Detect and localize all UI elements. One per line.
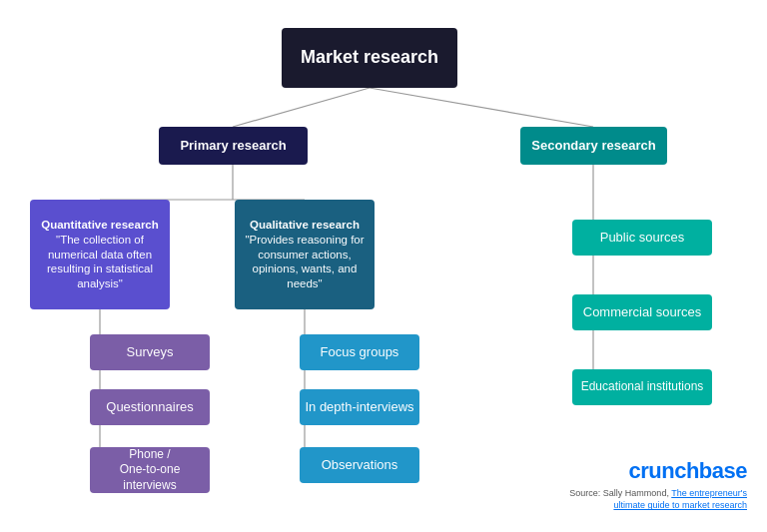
qualitative-label: Qualitative research"Provides reasoning … xyxy=(243,218,367,292)
questionnaires-node: Questionnaires xyxy=(90,389,210,425)
phone-interviews-label: Phone /One-to-one interviews xyxy=(94,447,206,494)
phone-interviews-node: Phone /One-to-one interviews xyxy=(90,447,210,493)
market-research-label: Market research xyxy=(301,46,438,69)
questionnaires-label: Questionnaires xyxy=(106,399,193,416)
quantitative-label: Quantitative research"The collection of … xyxy=(38,218,162,292)
crunchbase-source: Source: Sally Hammond, The entrepreneur'… xyxy=(569,487,747,512)
secondary-research-label: Secondary research xyxy=(531,138,655,155)
observations-node: Observations xyxy=(300,447,419,483)
indepth-interviews-node: In depth-interviews xyxy=(300,389,419,425)
educational-institutions-label: Educational institutions xyxy=(581,379,704,395)
observations-label: Observations xyxy=(322,457,398,474)
commercial-sources-node: Commercial sources xyxy=(572,294,712,330)
commercial-sources-label: Commercial sources xyxy=(583,304,701,321)
crunchbase-area: crunchbase Source: Sally Hammond, The en… xyxy=(569,458,747,512)
surveys-node: Surveys xyxy=(90,334,210,370)
secondary-research-node: Secondary research xyxy=(520,127,667,165)
svg-line-0 xyxy=(233,88,370,127)
indepth-interviews-label: In depth-interviews xyxy=(305,399,413,416)
qualitative-research-node: Qualitative research"Provides reasoning … xyxy=(235,200,375,309)
focus-groups-label: Focus groups xyxy=(321,344,399,361)
focus-groups-node: Focus groups xyxy=(300,334,419,370)
primary-research-label: Primary research xyxy=(180,138,286,155)
source-line1: Source: Sally Hammond, xyxy=(569,488,669,498)
educational-institutions-node: Educational institutions xyxy=(572,369,712,405)
public-sources-label: Public sources xyxy=(600,230,685,247)
crunchbase-logo: crunchbase xyxy=(569,458,747,484)
primary-research-node: Primary research xyxy=(159,127,308,165)
quantitative-research-node: Quantitative research"The collection of … xyxy=(30,200,170,309)
svg-line-1 xyxy=(370,88,593,127)
public-sources-node: Public sources xyxy=(572,220,712,256)
market-research-node: Market research xyxy=(282,28,457,88)
surveys-label: Surveys xyxy=(127,344,174,361)
